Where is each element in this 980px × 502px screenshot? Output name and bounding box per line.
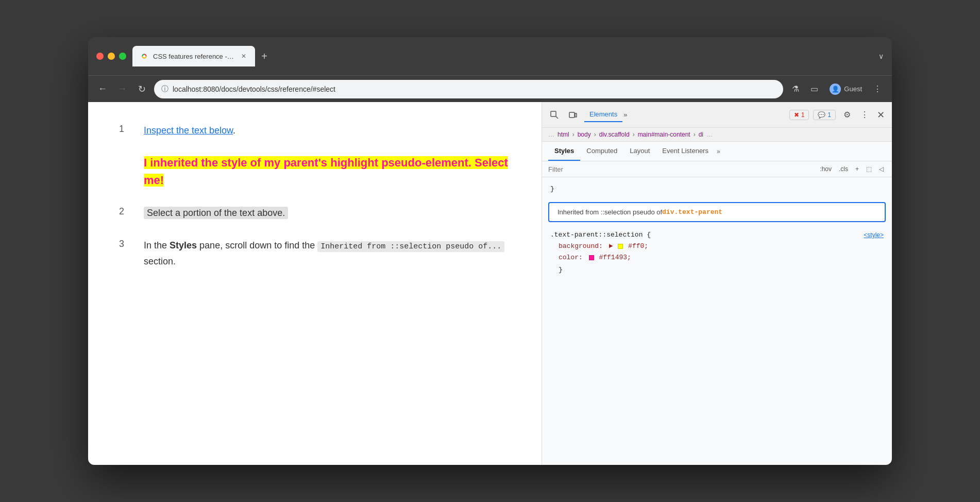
profile-icon-person: 👤 <box>832 86 839 93</box>
css-selector: .text-parent::selection { <box>550 229 651 241</box>
error-icon: ✖ <box>794 111 799 119</box>
top-brace: } <box>542 181 892 197</box>
step-3-code: Inherited from ::selection pseudo of... <box>317 241 504 252</box>
close-button[interactable] <box>96 53 104 60</box>
breadcrumb-sep-3: › <box>633 131 635 138</box>
step-3-number: 3 <box>119 239 131 249</box>
tab-event-listeners[interactable]: Event Listeners <box>656 142 715 161</box>
pink-swatch[interactable] <box>589 255 594 260</box>
window-controls <box>96 53 126 60</box>
breadcrumb-sep-2: › <box>594 131 596 138</box>
reload-button[interactable]: ↻ <box>134 82 149 96</box>
breadcrumb-div-scaffold[interactable]: div.scaffold <box>599 131 630 138</box>
tab-layout[interactable]: Layout <box>623 142 656 161</box>
tab-title: CSS features reference - Chro… <box>153 53 235 60</box>
css-value-yellow: #ff0; <box>628 242 648 250</box>
css-source-link[interactable]: <style> <box>864 230 884 240</box>
info-icon: ⓘ <box>161 85 168 94</box>
more-panels-button[interactable]: » <box>623 111 627 119</box>
tab-styles[interactable]: Styles <box>548 142 580 161</box>
info-badge[interactable]: 💬 1 <box>813 110 836 120</box>
filter-cls-button[interactable]: .cls <box>837 164 850 174</box>
filter-hov-button[interactable]: :hov <box>818 164 834 174</box>
svg-rect-5 <box>575 113 577 117</box>
devtools-top-bar: Elements » ✖ 1 💬 1 ⚙ ⋮ ✕ <box>542 102 892 128</box>
step-1-link[interactable]: Inspect the text below <box>144 125 233 136</box>
css-prop-color: color: #ff1493; <box>550 254 631 261</box>
svg-line-3 <box>556 116 558 119</box>
device-toolbar-icon <box>569 111 577 119</box>
error-count: 1 <box>801 111 805 119</box>
css-property-2: color: #ff1493; <box>550 252 884 263</box>
inherited-from-header: Inherited from ::selection pseudo of div… <box>548 202 886 222</box>
new-tab-button[interactable]: + <box>257 49 272 63</box>
breadcrumb-di[interactable]: di <box>699 131 703 138</box>
devtools-close-button[interactable]: ✕ <box>875 107 887 123</box>
breadcrumb-main[interactable]: main#main-content <box>638 131 690 138</box>
step-2-text: Select a portion of the text above. <box>144 207 288 219</box>
filter-bar: :hov .cls + ⬚ ◁ <box>542 161 892 177</box>
inherited-text-before: Inherited from ::selection pseudo of <box>557 208 662 216</box>
step-3: 3 In the Styles pane, scroll down to fin… <box>119 238 511 269</box>
step-1-after: . <box>233 125 235 136</box>
experiments-button[interactable]: ⚗ <box>788 82 803 96</box>
error-badge[interactable]: ✖ 1 <box>789 110 809 120</box>
step-2: 2 Select a portion of the text above. <box>119 205 511 221</box>
filter-icon-btn-1[interactable]: ⬚ <box>864 164 874 174</box>
step-3-bold: Styles <box>170 240 197 250</box>
tab-computed[interactable]: Computed <box>580 142 623 161</box>
back-button[interactable]: ← <box>95 82 110 96</box>
svg-point-1 <box>143 55 146 58</box>
devtools-panels: Elements » <box>584 107 785 122</box>
menu-button[interactable]: ⋮ <box>870 82 885 96</box>
filter-add-button[interactable]: + <box>853 164 861 174</box>
filter-actions: :hov .cls + ⬚ ◁ <box>818 164 886 174</box>
element-picker-button[interactable] <box>547 108 562 122</box>
elements-panel-tab[interactable]: Elements <box>584 107 622 122</box>
more-styles-tabs[interactable]: » <box>717 148 720 155</box>
yellow-swatch[interactable] <box>618 244 623 249</box>
minimize-button[interactable] <box>108 53 115 60</box>
settings-button[interactable]: ⚙ <box>840 108 854 122</box>
filter-icon-btn-2[interactable]: ◁ <box>877 164 886 174</box>
breadcrumb-body[interactable]: body <box>578 131 591 138</box>
css-rule-block: .text-parent::selection { <style> backgr… <box>542 227 892 279</box>
breadcrumb-sep-1: › <box>572 131 575 138</box>
highlighted-text: I inherited the style of my parent's hig… <box>144 156 508 187</box>
svg-rect-2 <box>551 111 556 116</box>
active-tab[interactable]: CSS features reference - Chro… ✕ <box>132 46 255 66</box>
filter-input[interactable] <box>548 165 814 173</box>
css-value-pink: #ff1493; <box>599 254 631 261</box>
split-screen-button[interactable]: ▭ <box>807 82 821 96</box>
url-text: localhost:8080/docs/devtools/css/referen… <box>173 85 776 93</box>
forward-button[interactable]: → <box>115 82 129 96</box>
step-1: 1 Inspect the text below. I inherited th… <box>119 123 511 189</box>
devtools-actions: ⚙ ⋮ ✕ <box>840 107 887 123</box>
css-property-1: background: ► #ff0; <box>550 241 884 252</box>
breadcrumb-bar: … html › body › div.scaffold › main#main… <box>542 128 892 142</box>
profile-label: Guest <box>844 85 862 93</box>
breadcrumb-sep-4: › <box>694 131 696 138</box>
tab-close-button[interactable]: ✕ <box>240 52 248 60</box>
more-tabs-button[interactable]: ∨ <box>878 52 884 60</box>
device-toolbar-button[interactable] <box>566 108 580 122</box>
more-options-button[interactable]: ⋮ <box>857 108 872 122</box>
step-3-text-mid: pane, scroll down to find the <box>197 240 317 250</box>
breadcrumb-ellipsis[interactable]: … <box>548 131 554 138</box>
browser-window: CSS features reference - Chro… ✕ + ∨ ← →… <box>88 37 892 465</box>
address-bar[interactable]: ⓘ localhost:8080/docs/devtools/css/refer… <box>154 80 783 98</box>
step-3-text-before: In the <box>144 240 170 250</box>
inherited-selector: div.text-parent <box>662 208 722 216</box>
maximize-button[interactable] <box>119 53 126 60</box>
profile-button[interactable]: 👤 Guest <box>825 81 866 97</box>
css-closing: } <box>550 263 884 277</box>
info-message-icon: 💬 <box>818 111 825 119</box>
browser-page: 1 Inspect the text below. I inherited th… <box>88 102 542 465</box>
breadcrumb-html[interactable]: html <box>557 131 569 138</box>
styles-tabs: Styles Computed Layout Event Listeners » <box>542 142 892 161</box>
breadcrumb-more[interactable]: … <box>706 131 713 138</box>
styles-content: } Inherited from ::selection pseudo of d… <box>542 177 892 465</box>
step-1-content: Inspect the text below. I inherited the … <box>144 123 511 189</box>
step-2-content: Select a portion of the text above. <box>144 205 511 221</box>
step-1-number: 1 <box>119 124 131 135</box>
